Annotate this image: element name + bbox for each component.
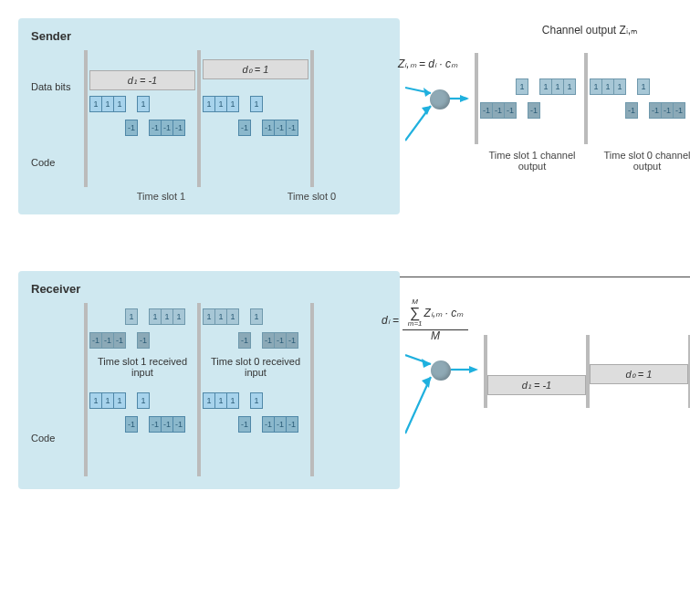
sender-title: Sender bbox=[31, 29, 387, 43]
receiver-operator: dᵢ = M ∑ m=1 Zᵢ,ₘ · cₘ M bbox=[405, 271, 478, 472]
channel-output-slot0: 111-11-1-1-1 bbox=[588, 78, 690, 119]
decoded-d1: d₁ = -1 bbox=[487, 375, 586, 395]
recv-code-slot1: 111-11-1-1-1 bbox=[88, 392, 197, 433]
svg-marker-13 bbox=[469, 366, 478, 373]
correlate-node-icon bbox=[431, 360, 451, 381]
recv-slot0-label: Time slot 0 received input bbox=[201, 349, 310, 392]
d1-box: d₁ = -1 bbox=[89, 70, 195, 90]
received-slot0: 111-11-1-1-1 bbox=[201, 308, 310, 349]
multiply-node-icon bbox=[430, 89, 450, 110]
databit-slot0: d₀ = 1 bbox=[201, 50, 310, 96]
decoded-output: d₁ = -1 d₀ = 1 bbox=[484, 271, 690, 408]
databits-label: Data bits bbox=[31, 81, 84, 92]
received-slot1: -1-1-11-1111 bbox=[88, 308, 197, 349]
recv-slot1-label: Time slot 1 received input bbox=[88, 349, 197, 392]
receiver-panel: Receiver Code -1-1-11-1111 Time slot 1 r… bbox=[18, 271, 400, 489]
recv-code-slot0: 111-11-1-1-1 bbox=[201, 392, 310, 433]
code-label-receiver: Code bbox=[31, 433, 84, 444]
databit-slot1: d₁ = -1 bbox=[88, 50, 197, 96]
channel-output-slot1: -1-1-11-1111 bbox=[478, 78, 584, 119]
feedback-line bbox=[32, 123, 690, 277]
svg-marker-3 bbox=[422, 106, 431, 115]
channel-output-title: Channel output Zᵢ,ₘ bbox=[475, 24, 690, 37]
receiver-title: Receiver bbox=[31, 282, 387, 296]
decoded-d0: d₀ = 1 bbox=[590, 364, 688, 384]
svg-marker-5 bbox=[460, 95, 469, 102]
d0-box: d₀ = 1 bbox=[203, 59, 308, 79]
